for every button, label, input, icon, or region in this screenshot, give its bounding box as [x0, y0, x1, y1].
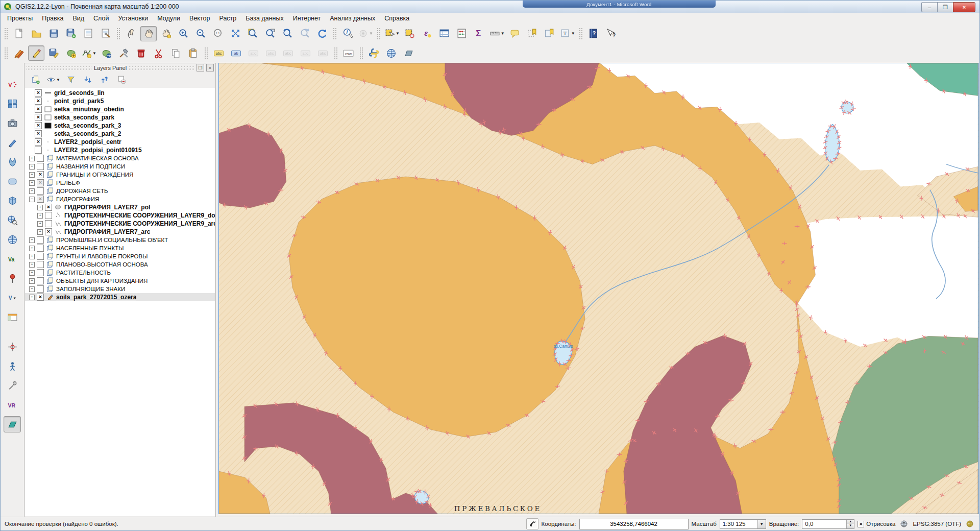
layer-checkbox[interactable] [37, 269, 44, 276]
new-bookmark-button[interactable] [524, 26, 541, 41]
menu-item-view[interactable]: Вид [68, 14, 89, 23]
expander-icon[interactable]: − [29, 197, 35, 202]
expander-icon[interactable]: + [29, 180, 35, 186]
node-tool-button[interactable]: ▼ [80, 45, 97, 61]
side-web-search-button[interactable] [4, 212, 21, 228]
layer-checkbox[interactable] [45, 220, 52, 227]
add-feature-button[interactable] [63, 45, 79, 61]
move-label-button[interactable]: abc [298, 45, 314, 61]
layer-checkbox[interactable] [35, 147, 42, 154]
layer-checkbox[interactable] [37, 261, 44, 268]
side-pin-button[interactable] [4, 270, 21, 286]
toggle-editing-button[interactable] [28, 45, 44, 61]
minimize-button[interactable]: – [921, 2, 937, 12]
layer-checkbox[interactable] [37, 285, 44, 293]
touch-zoom-button[interactable] [123, 26, 139, 41]
layer-row-14[interactable]: +×ГИДРОГРАФИЯ_LAYER7_pol [25, 203, 215, 211]
layer-checkbox[interactable]: × [35, 114, 42, 121]
csw-button[interactable]: csw [340, 45, 357, 61]
show-hide-labels-button[interactable]: abc [280, 45, 297, 61]
labeling-options-button[interactable]: ab [228, 45, 244, 61]
help-button[interactable]: ? [585, 26, 602, 41]
identify-button[interactable]: i [339, 26, 356, 41]
layer-checkbox[interactable]: × [35, 122, 42, 129]
side-grass-button[interactable]: V [4, 76, 21, 92]
layer-checkbox[interactable]: × [35, 98, 42, 105]
show-bookmarks-button[interactable] [542, 26, 558, 41]
layer-checkbox[interactable]: × [35, 106, 42, 113]
side-rectangle-button[interactable] [4, 173, 21, 189]
panel-float-button[interactable]: ❐ [197, 64, 204, 71]
zoom-full-button[interactable] [227, 26, 243, 41]
menu-item-plugins[interactable]: Модули [153, 14, 185, 23]
side-table-button[interactable] [4, 309, 21, 325]
delete-selected-button[interactable] [133, 45, 150, 61]
filter-legend-button[interactable] [64, 73, 78, 86]
layer-checkbox[interactable] [37, 253, 44, 260]
deselect-button[interactable] [402, 26, 418, 41]
run-feature-action-button[interactable]: ▼ [357, 26, 374, 41]
layer-checkbox[interactable] [37, 245, 44, 252]
layer-row-16[interactable]: +ГИДРОТЕХНИЧЕСКИЕ СООРУЖЕНИЯ_LAYER9_arc [25, 220, 215, 228]
scale-combobox[interactable]: 1:30 125 ▼ [720, 519, 766, 529]
expander-icon[interactable]: + [29, 246, 35, 251]
select-by-expression-button[interactable]: ε [419, 26, 435, 41]
pin-labels-button[interactable]: abc [246, 45, 262, 61]
side-tiles-button[interactable] [4, 416, 21, 432]
side-label-va-button[interactable]: Va [4, 251, 21, 267]
layer-row-20[interactable]: +ГРУНТЫ И ЛАВОВЫЕ ПОКРОВЫ [25, 252, 215, 260]
statistics-button[interactable] [454, 26, 470, 41]
text-annotation-button[interactable]: T▼ [559, 26, 576, 41]
layer-row-18[interactable]: +ПРОМЫШЛЕН.И СОЦИАЛЬНЫЕ ОБ'ЕКТ [25, 236, 215, 244]
map-canvas[interactable]: оз.Сапшо ПРЖЕВАЛЬСКОЕ [218, 63, 979, 514]
layer-checkbox[interactable]: × [45, 228, 52, 235]
expander-icon[interactable]: + [29, 172, 35, 178]
render-checkbox[interactable]: Отрисовка [857, 521, 895, 527]
layer-row-5[interactable]: ×setka_seconds_park_2 [25, 130, 215, 138]
expander-icon[interactable]: + [29, 278, 35, 284]
layer-visibility-button[interactable]: ▼ [45, 73, 61, 86]
side-crosshair-button[interactable] [4, 339, 21, 355]
chevron-down-icon[interactable]: ▼ [757, 520, 766, 528]
layer-row-25[interactable]: +×soils_park_27072015_ozera [25, 293, 215, 301]
crs-status[interactable]: EPSG:3857 (OTF) [913, 521, 961, 527]
measure-button[interactable]: ▼ [488, 26, 506, 41]
save-edits-button[interactable] [45, 45, 62, 61]
rotation-spinbox[interactable]: 0,0 ▲▼ [802, 519, 854, 529]
layer-row-13[interactable]: −×ГИДРОГРАФИЯ [25, 195, 215, 203]
zoom-to-layer-button[interactable] [262, 26, 278, 41]
expander-icon[interactable]: + [37, 205, 43, 210]
coordinates-input[interactable] [579, 519, 689, 529]
layer-row-24[interactable]: +ЗАПОЛНЯЮЩИЕ ЗНАКИ [25, 285, 215, 293]
menu-item-edit[interactable]: Правка [37, 14, 68, 23]
paste-features-button[interactable] [185, 45, 202, 61]
zoom-out-button[interactable] [192, 26, 209, 41]
spinner-buttons[interactable]: ▲▼ [846, 520, 854, 528]
menu-item-web[interactable]: Интернет [288, 14, 326, 23]
expander-icon[interactable]: + [29, 188, 35, 194]
select-features-button[interactable]: ▼ [383, 26, 401, 41]
side-tool-button[interactable] [4, 377, 21, 394]
rotate-label-button[interactable]: abc [315, 45, 331, 61]
layer-checkbox[interactable] [37, 277, 44, 284]
layer-row-7[interactable]: LAYER2_podpisi_point010915 [25, 146, 215, 154]
current-edits-button[interactable] [11, 45, 27, 61]
side-sketch-pen-button[interactable] [4, 134, 21, 151]
layer-checkbox[interactable]: × [35, 89, 42, 96]
zoom-next-button[interactable] [297, 26, 313, 41]
side-camera-button[interactable] [4, 115, 21, 131]
expander-icon[interactable]: + [29, 164, 35, 170]
menu-item-vector[interactable]: Вектор [185, 14, 214, 23]
python-console-button[interactable] [366, 45, 382, 61]
expander-icon[interactable]: + [29, 237, 35, 243]
side-walker-button[interactable] [4, 358, 21, 374]
menu-item-settings[interactable]: Установки [113, 14, 153, 23]
layer-row-11[interactable]: +×РЕЛЬЕФ [25, 179, 215, 187]
layer-row-21[interactable]: +ПЛАНОВО-ВЫСОТНАЯ ОСНОВА [25, 260, 215, 269]
collapse-all-button[interactable] [97, 73, 112, 86]
layer-row-4[interactable]: ×setka_seconds_park_3 [25, 122, 215, 130]
layer-checkbox[interactable]: × [35, 138, 42, 146]
maximize-button[interactable]: ❐ [937, 2, 953, 12]
menu-item-raster[interactable]: Растр [214, 14, 241, 23]
layer-checkbox[interactable]: × [37, 294, 44, 301]
